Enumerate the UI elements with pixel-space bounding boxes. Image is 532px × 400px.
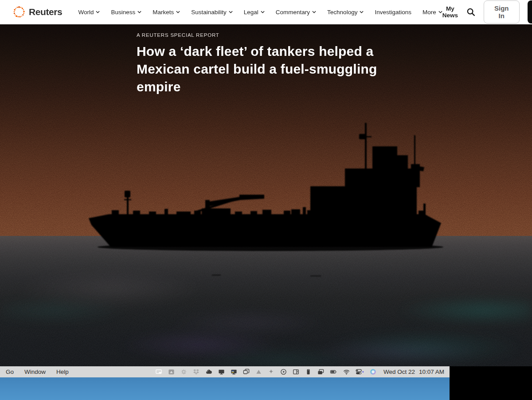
nav-item-markets[interactable]: Markets [153,9,180,16]
nav-item-label: Markets [153,9,174,16]
my-news-link[interactable]: My News [442,5,458,19]
chevron-down-icon [137,11,141,13]
stage-manager-icon[interactable] [317,369,324,376]
display-flag-icon[interactable] [231,369,237,376]
nav-item-world[interactable]: World [78,9,100,16]
sidecar-icon[interactable] [293,369,299,376]
nav-item-label: Business [111,9,135,16]
siri-icon[interactable] [370,369,376,376]
screen: Reuters WorldBusinessMarketsSustainabili… [0,0,532,400]
onedrive-cloud-icon[interactable] [205,369,212,376]
nav-item-label: Commentary [276,9,310,16]
menubar-clock[interactable]: Wed Oct 22 10:07 AM [383,369,450,375]
nav-item-label: Investigations [375,9,411,16]
chevron-down-icon [261,11,265,13]
menubar-status-icons [156,369,382,376]
nav-item-investigations[interactable]: Investigations [375,9,411,16]
reuters-logo[interactable]: Reuters [12,5,62,19]
main-nav: WorldBusinessMarketsSustainabilityLegalC… [78,9,442,16]
hero-article-banner[interactable]: A REUTERS SPECIAL REPORT How a ‘dark fle… [0,24,532,366]
brand-name: Reuters [29,7,62,17]
menubar-menu-go[interactable]: Go [6,369,14,375]
gear-icon[interactable] [180,369,187,376]
site-header: Reuters WorldBusinessMarketsSustainabili… [0,0,532,24]
nav-item-label: Technology [327,9,357,16]
macos-menubar: Go Window Help Wed Oct 22 10:07 AM [0,366,450,377]
menubar-date: Wed Oct 22 [383,369,415,375]
hero-text-block: A REUTERS SPECIAL REPORT How a ‘dark fle… [137,32,394,96]
chevron-down-icon [312,11,316,13]
sparkle-icon[interactable] [268,369,274,376]
menubar-time: 10:07 AM [419,369,444,375]
control-center-icon[interactable] [356,369,364,376]
nav-item-commentary[interactable]: Commentary [276,9,316,16]
nav-item-more[interactable]: More [422,9,442,16]
article-title[interactable]: How a ‘dark fleet’ of tankers helped a M… [137,43,394,96]
article-title-line-2: Mexican cartel build a fuel-smuggling [137,60,394,78]
dropbox-icon[interactable] [193,369,200,376]
chevron-down-icon [176,11,180,13]
sign-in-button[interactable]: Sign In [484,0,520,24]
nav-item-technology[interactable]: Technology [327,9,364,16]
article-title-line-1: How a ‘dark fleet’ of tankers helped a [137,43,394,60]
menubar-menu-help[interactable]: Help [56,369,69,375]
copy-windows-icon[interactable] [243,369,250,376]
nav-item-label: World [78,9,94,16]
header-right: My News Sign In Subscribe - $1/wk [442,0,532,24]
menubar-menus: Go Window Help [0,369,69,375]
chevron-down-icon [438,11,442,13]
magnifier-icon [466,7,476,17]
device-battery-icon[interactable] [305,369,312,376]
nav-item-business[interactable]: Business [111,9,141,16]
play-circle-icon[interactable] [280,369,287,376]
menubar-menu-window[interactable]: Window [24,369,46,375]
display-frame-icon[interactable] [156,369,162,376]
display-icon[interactable] [218,369,225,376]
triangle-icon[interactable] [255,369,262,376]
black-corner-region [450,366,532,400]
nav-item-label: More [422,9,436,16]
chevron-down-icon [96,11,100,13]
chevron-down-icon [360,11,364,13]
nav-item-sustainability[interactable]: Sustainability [191,9,233,16]
nav-item-label: Sustainability [191,9,227,16]
desktop-wallpaper-strip[interactable] [0,377,450,400]
archive-box-icon[interactable] [168,369,175,376]
kicker: A REUTERS SPECIAL REPORT [137,32,394,38]
article-title-line-3: empire [137,78,394,96]
battery-icon[interactable] [330,369,337,376]
wifi-icon[interactable] [343,369,350,376]
reuters-dotted-circle-icon [12,5,26,19]
chevron-down-icon [229,11,233,13]
nav-item-label: Legal [244,9,258,16]
search-button[interactable] [466,7,476,17]
subscribe-button[interactable]: Subscribe - $1/wk [528,0,532,24]
nav-item-legal[interactable]: Legal [244,9,265,16]
